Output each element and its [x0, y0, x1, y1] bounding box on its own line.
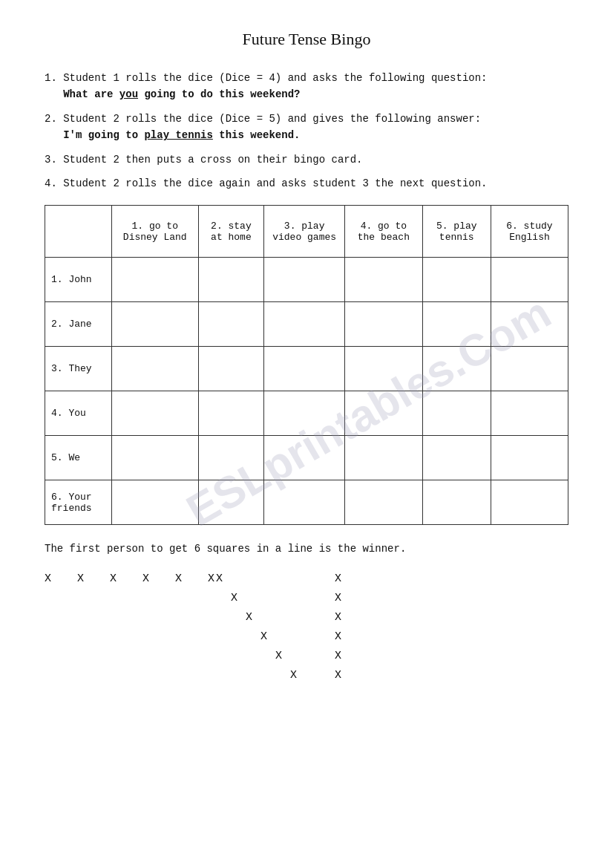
pattern-d-row1: X: [216, 570, 335, 589]
table-row: 3. They: [45, 347, 568, 391]
cell-3-1: [112, 347, 199, 391]
row-label-2: 2. Jane: [45, 302, 112, 347]
cell-1-5: [422, 258, 491, 302]
pattern-h-row5: [45, 647, 216, 666]
instruction-1-number: 1.: [45, 72, 57, 84]
cell-3-3: [264, 347, 345, 391]
col-header-6: 6. study English: [491, 206, 568, 258]
instruction-1-bold: What are you going to do this weekend?: [63, 88, 300, 100]
cell-6-5: [422, 480, 491, 525]
cell-2-2: [198, 302, 264, 347]
pattern-v-row4: X: [335, 627, 424, 647]
table-row: 1. John: [45, 258, 568, 302]
pattern-v-row2: X: [335, 589, 424, 608]
cell-3-6: [491, 347, 568, 391]
cell-1-2: [198, 258, 264, 302]
cell-5-4: [345, 436, 423, 480]
instruction-2-text: Student 2 rolls the dice (Dice = 5) and …: [63, 113, 481, 125]
cell-6-2: [198, 480, 264, 525]
cell-4-6: [491, 391, 568, 436]
pattern-d-row4: X: [216, 627, 335, 647]
instruction-4-number: 4.: [45, 177, 57, 189]
col-header-1: 1. go to Disney Land: [112, 206, 199, 258]
pattern-d-row5: X: [216, 647, 335, 666]
table-row: 4. You: [45, 391, 568, 436]
pattern-d-row6: X: [216, 666, 335, 685]
col-header-5: 5. play tennis: [422, 206, 491, 258]
cell-6-4: [345, 480, 423, 525]
pattern-h-row6: [45, 666, 216, 685]
instruction-2: 2. Student 2 rolls the dice (Dice = 5) a…: [45, 111, 568, 144]
patterns-section: X X X X X X X X X X X X X X X: [45, 570, 568, 685]
pattern-d-row3: X: [216, 608, 335, 627]
cell-4-4: [345, 391, 423, 436]
row-label-5: 5. We: [45, 436, 112, 480]
cell-5-1: [112, 436, 199, 480]
cell-4-5: [422, 391, 491, 436]
pattern-h-row1: X X X X X X: [45, 570, 216, 589]
pattern-diagonal: X X X X X X: [216, 570, 335, 685]
pattern-d-row2: X: [216, 589, 335, 608]
pattern-v-row3: X: [335, 608, 424, 627]
col-header-4: 4. go to the beach: [345, 206, 423, 258]
row-label-4: 4. You: [45, 391, 112, 436]
instruction-3: 3. Student 2 then puts a cross on their …: [45, 151, 568, 168]
table-header-row: 1. go to Disney Land 2. stay at home 3. …: [45, 206, 568, 258]
row-label-3: 3. They: [45, 347, 112, 391]
table-row: 6. Your friends: [45, 480, 568, 525]
cell-4-1: [112, 391, 199, 436]
pattern-horizontal: X X X X X X: [45, 570, 216, 685]
instruction-3-number: 3.: [45, 154, 57, 166]
winner-text: The first person to get 6 squares in a l…: [45, 543, 568, 555]
row-label-6: 6. Your friends: [45, 480, 112, 525]
table-row: 5. We: [45, 436, 568, 480]
instruction-4-text: Student 2 rolls the dice again and asks …: [63, 177, 487, 189]
table-corner-cell: [45, 206, 112, 258]
cell-3-4: [345, 347, 423, 391]
page-title: Future Tense Bingo: [45, 30, 568, 49]
cell-4-3: [264, 391, 345, 436]
instruction-2-number: 2.: [45, 113, 57, 125]
col-header-3: 3. play video games: [264, 206, 345, 258]
cell-2-5: [422, 302, 491, 347]
instruction-4: 4. Student 2 rolls the dice again and as…: [45, 175, 568, 192]
cell-1-4: [345, 258, 423, 302]
cell-5-3: [264, 436, 345, 480]
instruction-3-text: Student 2 then puts a cross on their bin…: [63, 154, 362, 166]
cell-4-2: [198, 391, 264, 436]
cell-6-3: [264, 480, 345, 525]
cell-2-4: [345, 302, 423, 347]
cell-2-1: [112, 302, 199, 347]
bingo-table: 1. go to Disney Land 2. stay at home 3. …: [45, 205, 568, 525]
cell-1-6: [491, 258, 568, 302]
cell-6-6: [491, 480, 568, 525]
pattern-v-row1: X: [335, 570, 424, 589]
col-header-2: 2. stay at home: [198, 206, 264, 258]
instruction-2-bold: I'm going to play tennis this weekend.: [63, 129, 300, 141]
pattern-h-row4: [45, 627, 216, 647]
table-row: 2. Jane: [45, 302, 568, 347]
cell-3-5: [422, 347, 491, 391]
cell-3-2: [198, 347, 264, 391]
cell-2-3: [264, 302, 345, 347]
instructions-section: 1. Student 1 rolls the dice (Dice = 4) a…: [45, 70, 568, 192]
cell-1-1: [112, 258, 199, 302]
cell-5-2: [198, 436, 264, 480]
pattern-h-row2: [45, 589, 216, 608]
cell-5-6: [491, 436, 568, 480]
pattern-v-row6: X: [335, 666, 424, 685]
cell-1-3: [264, 258, 345, 302]
pattern-h-row3: [45, 608, 216, 627]
instruction-1-text: Student 1 rolls the dice (Dice = 4) and …: [63, 72, 487, 84]
pattern-vertical: X X X X X X: [335, 570, 424, 685]
cell-2-6: [491, 302, 568, 347]
cell-6-1: [112, 480, 199, 525]
cell-5-5: [422, 436, 491, 480]
pattern-v-row5: X: [335, 647, 424, 666]
row-label-1: 1. John: [45, 258, 112, 302]
instruction-1: 1. Student 1 rolls the dice (Dice = 4) a…: [45, 70, 568, 103]
